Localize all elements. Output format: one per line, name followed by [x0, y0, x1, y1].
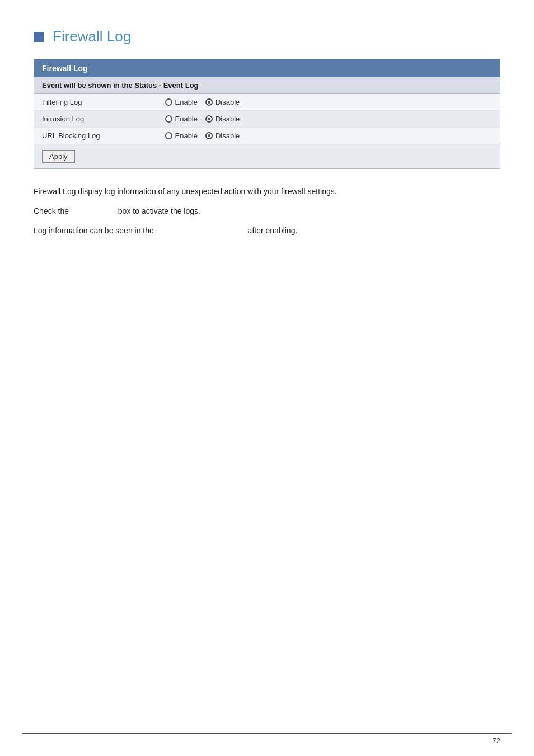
url-blocking-log-radio-group: Enable Disable — [165, 132, 493, 140]
intrusion-log-row: Intrusion Log Enable Disable — [34, 111, 500, 128]
filtering-log-label: Filtering Log — [34, 94, 157, 111]
firewall-log-table: Firewall Log Event will be shown in the … — [34, 59, 500, 169]
filtering-log-disable-radio[interactable] — [205, 98, 213, 106]
description-line3: Log information can be seen in the after… — [34, 224, 500, 238]
url-blocking-log-row: URL Blocking Log Enable Disable — [34, 128, 500, 144]
url-blocking-log-disable-label: Disable — [216, 132, 240, 140]
description-line3-part2: after enabling. — [248, 226, 298, 235]
footer-divider — [22, 733, 512, 734]
intrusion-log-disable-label: Disable — [216, 115, 240, 123]
event-header-cell: Event will be shown in the Status - Even… — [34, 77, 500, 94]
filtering-log-radio-group: Enable Disable — [165, 98, 493, 106]
table-header-row: Firewall Log — [34, 59, 500, 78]
description-line1: Firewall Log display log information of … — [34, 185, 500, 199]
description-line3-part1: Log information can be seen in the — [34, 226, 154, 235]
table-header-cell: Firewall Log — [34, 59, 500, 78]
page-title: Firewall Log — [53, 28, 131, 45]
intrusion-log-disable-option[interactable]: Disable — [205, 115, 240, 123]
url-blocking-log-label: URL Blocking Log — [34, 128, 157, 144]
intrusion-log-label: Intrusion Log — [34, 111, 157, 128]
filtering-log-row: Filtering Log Enable Disable — [34, 94, 500, 111]
apply-row: Apply — [34, 144, 500, 169]
intrusion-log-radio-group: Enable Disable — [165, 115, 493, 123]
url-blocking-log-disable-radio[interactable] — [205, 132, 213, 139]
filtering-log-options: Enable Disable — [157, 94, 500, 111]
url-blocking-log-enable-radio[interactable] — [165, 132, 172, 139]
url-blocking-log-enable-label: Enable — [175, 132, 198, 140]
description-line2: Check the box to activate the logs. — [34, 204, 500, 218]
intrusion-log-disable-radio[interactable] — [205, 115, 213, 123]
url-blocking-log-options: Enable Disable — [157, 128, 500, 144]
section-icon — [34, 32, 44, 42]
filtering-log-enable-radio[interactable] — [165, 98, 172, 106]
page-number: 72 — [493, 736, 500, 745]
description-line2-part2: box to activate the logs. — [118, 206, 200, 215]
apply-cell: Apply — [34, 144, 500, 169]
intrusion-log-enable-radio[interactable] — [165, 115, 172, 123]
description-line2-part1: Check the — [34, 206, 69, 215]
apply-button[interactable]: Apply — [42, 150, 75, 163]
event-header-row: Event will be shown in the Status - Even… — [34, 77, 500, 94]
filtering-log-disable-option[interactable]: Disable — [205, 98, 240, 106]
intrusion-log-enable-label: Enable — [175, 115, 198, 123]
filtering-log-enable-label: Enable — [175, 98, 198, 106]
intrusion-log-enable-option[interactable]: Enable — [165, 115, 198, 123]
url-blocking-log-disable-option[interactable]: Disable — [205, 132, 240, 140]
url-blocking-log-enable-option[interactable]: Enable — [165, 132, 198, 140]
intrusion-log-options: Enable Disable — [157, 111, 500, 128]
filtering-log-disable-label: Disable — [216, 98, 240, 106]
filtering-log-enable-option[interactable]: Enable — [165, 98, 198, 106]
description-section: Firewall Log display log information of … — [34, 185, 500, 238]
